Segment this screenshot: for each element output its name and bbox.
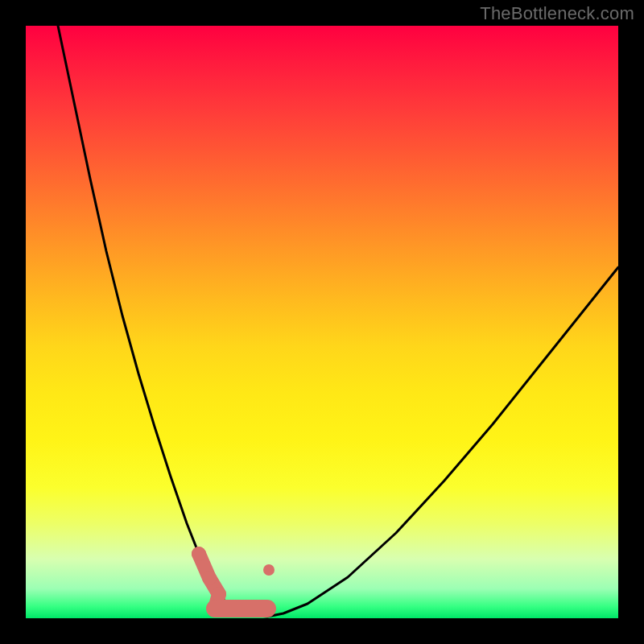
curve-dot-left-3 (212, 587, 226, 601)
curve-dot-right-1 (263, 564, 275, 576)
curve-dot-left-1 (192, 547, 206, 561)
bottleneck-curve (58, 26, 618, 617)
plot-area (26, 26, 618, 618)
curve-layer (26, 26, 618, 618)
curve-group (58, 26, 618, 617)
chart-frame: TheBottleneck.com (0, 0, 644, 644)
curve-dot-left-2 (202, 571, 217, 585)
watermark: TheBottleneck.com (480, 3, 634, 24)
markers-group (192, 547, 275, 601)
